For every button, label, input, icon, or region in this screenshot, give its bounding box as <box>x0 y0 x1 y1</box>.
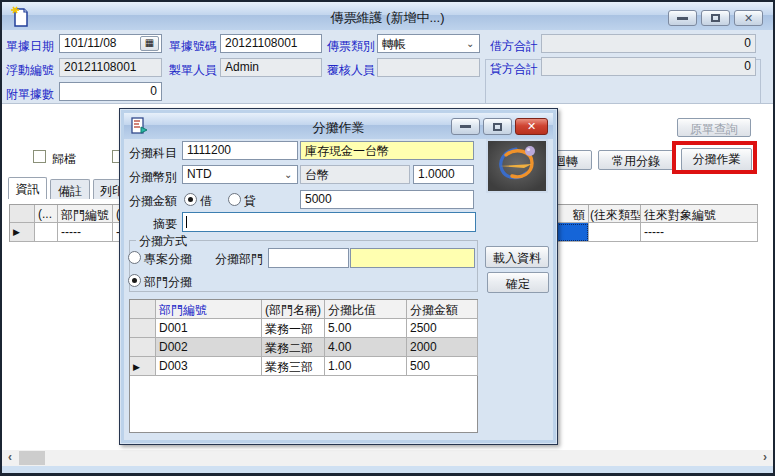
col-partner-type[interactable]: (往來類型) <box>589 205 641 223</box>
dept-name-field <box>350 248 475 268</box>
cell-dept-no[interactable]: D003 <box>156 357 262 376</box>
currency-select[interactable]: NTD <box>182 165 298 184</box>
radio-dot <box>132 278 137 283</box>
dept-code-input[interactable] <box>268 248 349 268</box>
allocation-dialog: 分攤作業 ✕ 分攤科目 1111200 庫存現金一台幣 分攤幣別 NTD ⌄ 台… <box>119 108 558 445</box>
credit-radio[interactable] <box>228 193 241 206</box>
subject-code-input[interactable]: 1111200 <box>182 141 298 160</box>
method-group-label: 分攤方式 <box>136 233 190 250</box>
original-query-button[interactable]: 原單查詢 <box>677 118 751 137</box>
credit-radio-label: 貸 <box>244 193 256 210</box>
exchange-rate-input[interactable]: 1.0000 <box>413 165 474 184</box>
col-truncated[interactable]: (... <box>35 205 58 223</box>
col-dept-no[interactable]: 部門編號 <box>156 300 262 319</box>
col-dept-no[interactable]: 部門編號 <box>58 205 113 223</box>
row-pointer: ▶ <box>10 223 35 242</box>
brand-logo <box>486 139 548 193</box>
chevron-down-icon[interactable]: ⌄ <box>284 169 292 180</box>
voucher-maintenance-window: 傳票維護 (新增中...) ✕ 單據日期 101/11/08 ▦ 單據號碼 20… <box>0 0 775 476</box>
scroll-left-icon[interactable]: ‹ <box>8 450 12 464</box>
debit-total-label: 借方合計 <box>490 38 538 55</box>
close-icon: ✕ <box>744 12 753 25</box>
archive-checkbox[interactable] <box>33 150 46 163</box>
row-pointer[interactable]: ▶ <box>130 357 156 376</box>
calendar-icon: ▦ <box>145 37 154 48</box>
dialog-maximize-button[interactable] <box>483 118 512 135</box>
ok-button[interactable]: 確定 <box>487 272 549 293</box>
col-selector <box>130 300 156 319</box>
load-data-button[interactable]: 載入資料 <box>485 246 549 268</box>
row-pointer-icon: ▶ <box>13 227 20 237</box>
voucher-type-select[interactable]: 轉帳 <box>377 34 480 53</box>
credit-total-field: 0 <box>541 57 756 76</box>
cell-dept-name[interactable]: 業務二部 <box>262 338 325 357</box>
entries-table-right: 額 (往來類型) 往來對象編號 0 ----- <box>540 204 758 242</box>
dialog-titlebar: 分攤作業 ✕ <box>124 113 553 139</box>
amount-label: 分攤金額 <box>129 193 177 210</box>
calendar-button[interactable]: ▦ <box>140 36 159 51</box>
radio-dot <box>188 197 193 202</box>
header-form: 單據日期 101/11/08 ▦ 單據號碼 20121108001 傳票類別 轉… <box>2 30 773 103</box>
row-selector[interactable] <box>130 338 156 357</box>
row-selector[interactable] <box>130 319 156 338</box>
col-ratio[interactable]: 分攤比值 <box>325 300 407 319</box>
credit-total-label: 貸方合計 <box>490 61 538 78</box>
close-icon: ✕ <box>527 120 536 133</box>
common-entries-button[interactable]: 常用分錄 <box>598 150 674 170</box>
dept-radio[interactable] <box>128 274 141 287</box>
window-footer <box>2 466 773 473</box>
reviewer-label: 覆核人員 <box>327 62 375 79</box>
doc-no-input[interactable]: 20121108001 <box>220 34 322 53</box>
col-selector <box>10 205 35 223</box>
cell-ratio[interactable]: 1.00 <box>325 357 407 376</box>
minimize-button[interactable] <box>668 10 697 26</box>
cell-amount[interactable]: 2500 <box>407 319 478 338</box>
attached-docs-label: 附單據數 <box>6 86 54 103</box>
debit-radio[interactable] <box>184 193 197 206</box>
currency-label: 分攤幣別 <box>129 169 177 186</box>
summary-input[interactable] <box>182 212 476 232</box>
cell-dept-no[interactable]: D001 <box>156 319 262 338</box>
restore-icon <box>493 123 502 131</box>
close-button[interactable]: ✕ <box>734 10 763 26</box>
cell-dept-no[interactable]: ----- <box>58 223 113 242</box>
amount-input[interactable]: 5000 <box>300 190 474 209</box>
subject-label: 分攤科目 <box>129 145 177 162</box>
cell-dept-name[interactable]: 業務一部 <box>262 319 325 338</box>
scroll-right-icon[interactable]: › <box>763 450 767 464</box>
restore-icon <box>711 14 720 22</box>
archive-checkbox-label: 歸檔 <box>52 151 76 168</box>
reviewer-field <box>377 58 480 77</box>
dept-radio-label: 部門分攤 <box>144 274 192 291</box>
cell-ratio[interactable]: 5.00 <box>325 319 407 338</box>
tab-note[interactable]: 備註 <box>50 179 90 199</box>
chevron-down-icon[interactable]: ⌄ <box>466 38 474 49</box>
dialog-close-button[interactable]: ✕ <box>515 118 548 135</box>
col-amount[interactable]: 分攤金額 <box>407 300 478 319</box>
cell-ratio[interactable]: 4.00 <box>325 338 407 357</box>
tab-info[interactable]: 資訊 <box>8 177 47 199</box>
cell-partner-type[interactable] <box>589 223 641 242</box>
currency-name-field: 台幣 <box>300 165 410 184</box>
dialog-minimize-button[interactable] <box>451 118 480 135</box>
maximize-button[interactable] <box>701 10 730 26</box>
cell-dept-no[interactable]: D002 <box>156 338 262 357</box>
scrollbar-thumb[interactable] <box>19 451 45 465</box>
cell-amount[interactable]: 500 <box>407 357 478 376</box>
project-radio-label: 專案分攤 <box>144 251 192 268</box>
cell-partner-no[interactable]: ----- <box>641 223 758 242</box>
col-dept-name[interactable]: (部門名稱) <box>262 300 325 319</box>
window-title: 傳票維護 (新增中...) <box>2 9 773 27</box>
debit-total-field: 0 <box>541 34 756 53</box>
col-partner-no[interactable]: 往來對象編號 <box>641 205 758 223</box>
attached-docs-input[interactable]: 0 <box>59 82 162 101</box>
voucher-type-label: 傳票類別 <box>327 38 375 55</box>
cell-amount[interactable]: 2000 <box>407 338 478 357</box>
project-radio[interactable] <box>128 251 141 264</box>
text-caret <box>186 216 187 228</box>
titlebar: 傳票維護 (新增中...) ✕ <box>2 2 773 30</box>
horizontal-scrollbar[interactable]: ‹ › <box>2 450 773 466</box>
cell-dept-name[interactable]: 業務三部 <box>262 357 325 376</box>
cell-empty[interactable] <box>35 223 58 242</box>
entries-table-left: (... 部門編號 ( ▶ ----- - <box>9 204 134 242</box>
